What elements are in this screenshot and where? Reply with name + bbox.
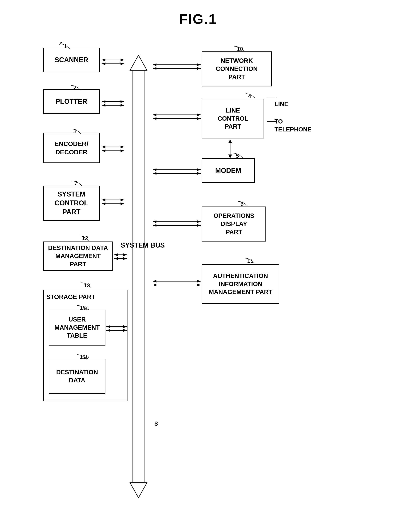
line-control-part-arrow (152, 112, 204, 121)
svg-marker-13 (121, 104, 124, 107)
svg-marker-51 (197, 117, 201, 120)
svg-marker-44 (153, 67, 157, 70)
svg-marker-61 (153, 172, 157, 175)
svg-marker-23 (102, 199, 105, 201)
svg-marker-28 (123, 253, 127, 256)
svg-marker-63 (197, 220, 201, 223)
user-management-table-box: USERMANAGEMENTTABLE (49, 310, 105, 346)
svg-marker-38 (106, 329, 110, 332)
ref-13b-curve-line (76, 354, 87, 360)
figure-title: FIG.1 (28, 11, 368, 27)
svg-marker-73 (153, 284, 157, 286)
line-label: LINE (274, 101, 288, 108)
svg-marker-34 (123, 325, 127, 328)
ref-5-curve-line (232, 152, 244, 159)
svg-marker-58 (153, 168, 157, 171)
auth-info-mgmt-arrow (152, 278, 204, 288)
svg-marker-49 (153, 114, 157, 116)
svg-marker-19 (121, 149, 124, 152)
encoder-decoder-box: ENCODER/DECODER (43, 133, 100, 163)
ref-12-curve-line (78, 235, 89, 241)
svg-marker-64 (153, 220, 157, 223)
to-telephone-label: TOTELEPHONE (274, 118, 312, 133)
svg-marker-2 (130, 483, 147, 498)
encoder-decoder-arrow (100, 144, 128, 154)
network-connection-part-arrow (152, 62, 204, 71)
svg-marker-48 (197, 114, 201, 116)
svg-marker-16 (121, 146, 124, 148)
scanner-arrow (100, 57, 128, 66)
svg-marker-5 (102, 59, 105, 61)
svg-marker-31 (123, 257, 127, 260)
ref-7-curve-line (71, 180, 83, 187)
svg-marker-37 (123, 329, 127, 332)
svg-marker-67 (153, 224, 157, 227)
svg-marker-10 (121, 100, 124, 103)
ref-8: 8 (155, 420, 158, 427)
svg-marker-7 (121, 62, 124, 65)
svg-marker-29 (114, 253, 118, 256)
svg-marker-72 (197, 284, 201, 286)
svg-marker-41 (153, 63, 157, 66)
svg-marker-40 (197, 63, 201, 66)
system-bus-label: SYSTEM BUS (121, 240, 165, 250)
operations-display-part-box: OPERATIONSDISPLAYPART (202, 207, 266, 241)
plotter-arrow (100, 99, 128, 108)
destination-data-management-part-box: DESTINATION DATAMANAGEMENT PART (43, 241, 113, 271)
svg-marker-11 (102, 100, 105, 103)
svg-marker-70 (153, 280, 157, 282)
svg-marker-66 (197, 224, 201, 227)
svg-marker-14 (102, 104, 105, 107)
svg-marker-1 (130, 55, 147, 70)
authentication-information-management-part-box: AUTHENTICATIONINFORMATIONMANAGEMENT PART (202, 264, 279, 304)
svg-marker-69 (197, 280, 201, 282)
diagram: SYSTEM BUS 8 1 ↗ SCANNER 2 PLOTTER (37, 42, 359, 515)
modem-box: MODEM (202, 158, 255, 183)
svg-rect-0 (133, 66, 144, 483)
svg-marker-35 (106, 325, 110, 328)
svg-marker-4 (121, 59, 124, 61)
ref-11-curve-line (244, 257, 255, 264)
line-connector-top (267, 98, 276, 98)
svg-marker-55 (228, 155, 232, 158)
svg-marker-17 (102, 146, 105, 148)
ref-2-curve-line (70, 84, 82, 91)
ref-4-curve-line (245, 93, 256, 99)
line-connector-bottom (267, 121, 276, 122)
svg-marker-25 (121, 202, 124, 205)
user-management-table-arrow (105, 324, 130, 333)
svg-marker-32 (114, 257, 118, 260)
svg-marker-52 (153, 117, 157, 120)
ref-13-curve-line (81, 282, 92, 288)
svg-marker-57 (197, 168, 201, 171)
network-connection-part-box: NETWORKCONNECTIONPART (202, 51, 272, 86)
ref-13a-curve-line (76, 305, 87, 311)
ref-3-curve-line (70, 128, 82, 135)
ref-1-curve-line (59, 43, 70, 49)
scanner-box: SCANNER (43, 48, 100, 72)
page: FIG.1 SYSTEM BUS 8 1 ↗ SCANNER (28, 11, 368, 515)
destination-data-mgmt-arrow (113, 252, 129, 261)
ref-6-curve-line (237, 200, 249, 207)
operations-display-arrow (152, 219, 204, 228)
svg-marker-43 (197, 67, 201, 70)
svg-marker-26 (102, 202, 105, 205)
system-control-part-arrow (100, 197, 128, 207)
svg-marker-8 (102, 62, 105, 65)
system-bus-arrow (126, 51, 151, 502)
line-control-part-box: LINECONTROLPART (202, 99, 264, 138)
svg-marker-60 (197, 172, 201, 175)
ref-10-curve-line (233, 45, 245, 52)
modem-arrow (152, 167, 204, 176)
system-control-part-box: SYSTEMCONTROLPART (43, 186, 100, 221)
svg-marker-22 (121, 199, 124, 201)
svg-marker-20 (102, 149, 105, 152)
destination-data-box: DESTINATIONDATA (49, 359, 105, 394)
plotter-box: PLOTTER (43, 89, 100, 114)
svg-marker-54 (228, 139, 232, 143)
